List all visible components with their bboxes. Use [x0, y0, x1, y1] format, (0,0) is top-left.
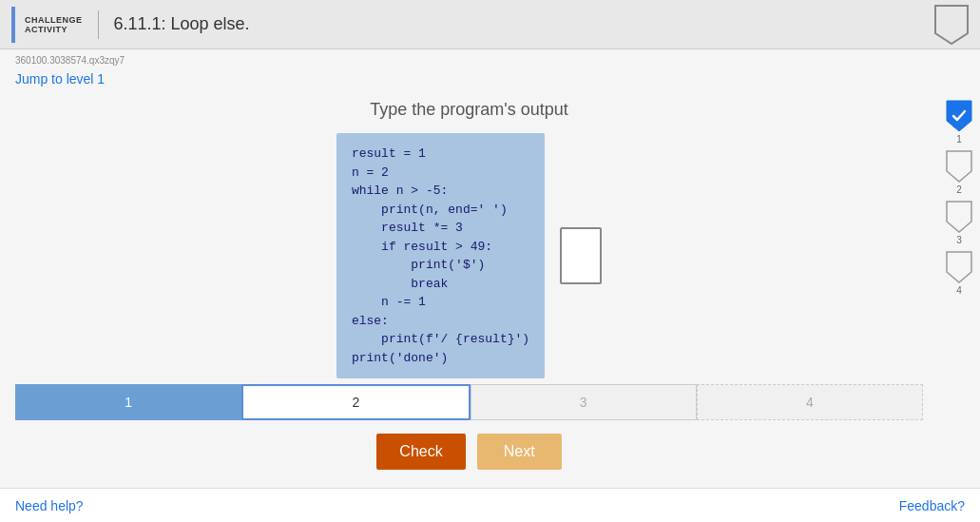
prompt-text: Type the program's output — [370, 100, 568, 120]
footer: Need help? Feedback? — [0, 488, 980, 522]
center-area: Type the program's output result = 1 n =… — [0, 96, 938, 483]
output-input-box[interactable] — [560, 227, 602, 284]
check-button[interactable]: Check — [376, 434, 465, 470]
tab-3[interactable]: 3 — [471, 384, 697, 420]
code-area: result = 1 n = 2 while n > -5: print(n, … — [336, 133, 602, 378]
page-title: 6.11.1: Loop else. — [114, 14, 935, 34]
svg-marker-2 — [947, 151, 971, 182]
level-4-badge-icon — [946, 251, 972, 283]
feedback-link[interactable]: Feedback? — [899, 498, 965, 513]
header-divider — [98, 10, 99, 39]
level-1-number: 1 — [956, 134, 962, 145]
need-help-link[interactable]: Need help? — [15, 498, 84, 513]
sidebar-level-3[interactable]: 3 — [946, 201, 972, 245]
header-label: CHALLENGE ACTIVITY — [25, 15, 83, 34]
header-accent-bar — [11, 7, 15, 43]
svg-marker-3 — [947, 202, 971, 232]
tab-4[interactable]: 4 — [697, 384, 923, 420]
level-2-number: 2 — [956, 184, 962, 195]
challenge-text: CHALLENGE — [25, 15, 83, 25]
svg-marker-4 — [947, 252, 971, 282]
level-3-badge-icon — [946, 201, 972, 233]
svg-marker-0 — [935, 6, 968, 44]
button-row: Check Next — [361, 420, 576, 483]
code-block: result = 1 n = 2 while n > -5: print(n, … — [336, 133, 545, 378]
level-1-badge-icon — [946, 100, 972, 132]
sidebar-level-2[interactable]: 2 — [946, 150, 972, 195]
right-sidebar: 1 2 3 4 — [938, 96, 980, 483]
level-4-number: 4 — [956, 285, 962, 296]
session-id: 360100.3038574.qx3zqy7 — [0, 49, 980, 68]
next-button[interactable]: Next — [477, 434, 562, 470]
level-3-number: 3 — [956, 235, 962, 245]
activity-text: ACTIVITY — [25, 25, 83, 34]
main-wrapper: Type the program's output result = 1 n =… — [0, 96, 980, 483]
jump-to-level-link[interactable]: Jump to level 1 — [0, 68, 120, 96]
sidebar-level-1[interactable]: 1 — [946, 100, 972, 145]
tab-1[interactable]: 1 — [15, 384, 241, 420]
header: CHALLENGE ACTIVITY 6.11.1: Loop else. — [0, 0, 980, 49]
level-2-badge-icon — [946, 150, 972, 183]
header-badge-icon — [934, 5, 969, 45]
sidebar-level-4[interactable]: 4 — [946, 251, 972, 296]
tab-2[interactable]: 2 — [241, 384, 470, 420]
progress-tabs: 1 2 3 4 — [15, 384, 923, 420]
